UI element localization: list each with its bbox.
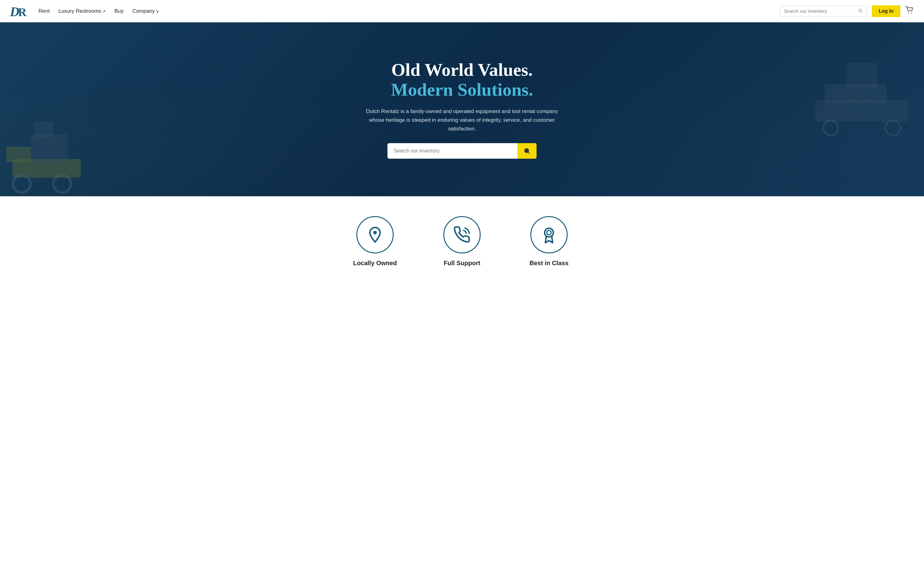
navbar: D R Rent Luxury Restrooms Buy Company: [0, 0, 924, 22]
feature-full-support-label: Full Support: [444, 260, 480, 267]
svg-point-15: [823, 120, 838, 135]
svg-point-5: [911, 13, 912, 14]
hero-title-line1: Old World Values.: [366, 60, 558, 80]
svg-point-19: [373, 231, 377, 235]
svg-rect-11: [34, 122, 53, 137]
nav-search-input[interactable]: [784, 8, 856, 14]
cart-icon[interactable]: [905, 6, 914, 16]
nav-link-luxury-restrooms[interactable]: Luxury Restrooms: [58, 8, 106, 14]
feature-locally-owned: Locally Owned: [344, 216, 406, 267]
svg-point-16: [885, 120, 901, 135]
hero-description: Dutch Rentalz is a family-owned and oper…: [366, 107, 558, 133]
hero-title: Old World Values. Modern Solutions.: [366, 60, 558, 99]
svg-line-3: [861, 11, 862, 12]
svg-point-8: [13, 175, 30, 193]
svg-rect-10: [31, 134, 68, 162]
svg-rect-7: [6, 146, 31, 162]
award-icon: [530, 216, 568, 253]
login-button[interactable]: Log In: [872, 5, 901, 17]
location-pin-icon: [356, 216, 394, 253]
svg-rect-14: [846, 63, 877, 87]
hero-search-button[interactable]: [517, 143, 537, 159]
svg-point-21: [547, 230, 551, 235]
hero-search-input[interactable]: [387, 143, 517, 159]
svg-point-4: [908, 13, 909, 14]
svg-point-9: [53, 175, 71, 193]
features-section: Locally Owned Full Support Best in Class: [0, 196, 924, 282]
search-icon: [858, 8, 863, 14]
svg-text:R: R: [18, 6, 27, 18]
hero-content: Old World Values. Modern Solutions. Dutc…: [359, 60, 565, 159]
search-icon: [524, 148, 530, 154]
hero-title-line2: Modern Solutions.: [366, 80, 558, 99]
feature-full-support: Full Support: [431, 216, 493, 267]
logo[interactable]: D R: [10, 4, 27, 18]
nav-link-rent[interactable]: Rent: [39, 8, 50, 14]
nav-item-buy[interactable]: Buy: [114, 8, 123, 14]
feature-best-in-class: Best in Class: [518, 216, 580, 267]
nav-item-luxury-restrooms[interactable]: Luxury Restrooms: [58, 8, 106, 14]
nav-item-company[interactable]: Company: [132, 8, 159, 14]
machinery-right-decoration: [800, 38, 924, 137]
hero-search-bar[interactable]: [387, 143, 537, 159]
phone-support-icon: [443, 216, 481, 253]
nav-left: D R Rent Luxury Restrooms Buy Company: [10, 4, 159, 18]
feature-best-in-class-label: Best in Class: [529, 260, 569, 267]
nav-link-buy[interactable]: Buy: [114, 8, 123, 14]
svg-line-18: [528, 152, 529, 153]
svg-rect-12: [815, 100, 908, 122]
hero-section: Old World Values. Modern Solutions. Dutc…: [0, 22, 924, 196]
machinery-left-decoration: [0, 103, 100, 196]
logo-icon: D R: [10, 4, 27, 18]
nav-right: Log In: [780, 5, 914, 17]
nav-search-bar[interactable]: [780, 6, 867, 17]
nav-link-company[interactable]: Company: [132, 8, 159, 14]
nav-links: Rent Luxury Restrooms Buy Company: [39, 8, 159, 14]
nav-item-rent[interactable]: Rent: [39, 8, 50, 14]
feature-locally-owned-label: Locally Owned: [353, 260, 397, 267]
